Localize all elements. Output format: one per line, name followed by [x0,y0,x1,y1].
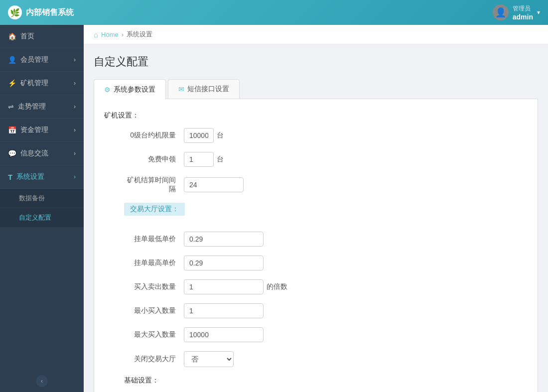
input-free-apply[interactable] [184,152,214,167]
input-max-price[interactable] [184,256,264,270]
user-menu[interactable]: 👤 管理员 admin ▾ [493,4,540,21]
input-calc-interval[interactable] [184,177,244,192]
user-name: admin [513,13,533,21]
fund-icon: 📅 [8,126,16,134]
sidebar-item-miner-label: 矿机管理 [20,79,48,88]
breadcrumb-current: 系统设置 [127,30,152,39]
sidebar-item-member-label: 会员管理 [20,55,48,64]
message-icon: 💬 [8,149,16,157]
tab-system-params[interactable]: ⚙ 系统参数设置 [94,79,166,99]
label-level0-limit: 0级台约机限量 [124,131,184,140]
breadcrumb-home-link[interactable]: Home [101,31,119,38]
miner-icon: ⚡ [8,79,16,87]
sidebar-item-fund-label: 资金管理 [20,126,48,134]
basic-section-title: 基础设置： [104,376,528,385]
sidebar-item-member[interactable]: 👤 会员管理 › [0,48,84,72]
breadcrumb-separator: › [122,31,124,38]
avatar: 👤 [493,4,509,20]
form-row-calc-interval: 矿机结算时间间隔 [104,176,528,194]
label-trade-multiple: 买入卖出数量 [124,282,184,291]
form-row-close-hall: 关闭交易大厅 否 是 [104,351,528,367]
sidebar-item-home-label: 首页 [20,32,34,41]
input-trade-multiple[interactable] [184,279,264,294]
sidebar-item-message-label: 信息交流 [20,149,48,158]
sidebar: 🏠 首页 👤 会员管理 › ⚡ 矿机管理 › ⇌ 走势管理 › [0,25,84,392]
brand: 🌿 内部销售系统 [8,5,74,19]
form-row-free-apply: 免费申领 台 [104,152,528,167]
label-min-buy: 最小买入数量 [124,306,184,315]
sidebar-item-message[interactable]: 💬 信息交流 › [0,142,84,165]
tab-sms-api-label: 短信接口设置 [187,85,229,94]
suffix-free-apply: 台 [217,155,224,164]
form-row-max-price: 挂单最高单价 [104,256,528,270]
breadcrumb: ⌂ Home › 系统设置 [84,25,548,44]
form-row-min-price: 挂单最低单价 [104,232,528,247]
sidebar-collapse-icon: ‹ [36,375,48,387]
brand-icon: 🌿 [8,5,22,19]
home-icon: 🏠 [8,32,16,40]
main-content: ⌂ Home › 系统设置 自定义配置 ⚙ 系统参数设置 ✉ 短信接口设置 [84,25,548,392]
trend-icon: ⇌ [8,103,14,111]
label-free-apply: 免费申领 [124,155,184,164]
suffix-level0-limit: 台 [217,131,224,140]
miner-section-title: 矿机设置： [104,111,528,120]
select-close-hall[interactable]: 否 是 [184,351,234,367]
suffix-trade-multiple: 的倍数 [267,282,287,291]
sidebar-toggle[interactable]: ‹ [0,370,84,392]
trading-section-title: 交易大厅设置： [124,203,185,216]
page-title: 自定义配置 [94,54,538,69]
form-row-min-buy: 最小买入数量 [104,303,528,318]
input-level0-limit[interactable] [184,128,214,143]
label-max-buy: 最大买入数量 [124,330,184,339]
sidebar-item-trend[interactable]: ⇌ 走势管理 › [0,95,84,119]
label-calc-interval: 矿机结算时间间隔 [124,176,184,194]
sidebar-item-system[interactable]: T 系统设置 › [0,165,84,189]
input-min-price[interactable] [184,232,264,247]
sidebar-item-miner[interactable]: ⚡ 矿机管理 › [0,72,84,95]
label-close-hall: 关闭交易大厅 [124,355,184,364]
message-chevron-icon: › [74,150,76,157]
miner-chevron-icon: › [74,80,76,87]
submenu-item-custom[interactable]: 自定义配置 [0,208,84,228]
member-chevron-icon: › [74,56,76,63]
topbar: 🌿 内部销售系统 👤 管理员 admin ▾ [0,0,548,25]
fund-chevron-icon: › [74,127,76,133]
form-row-max-buy: 最大买入数量 [104,327,528,342]
trend-chevron-icon: › [74,103,76,110]
system-chevron-icon: › [74,173,76,180]
brand-title: 内部销售系统 [26,7,74,18]
submenu-item-backup[interactable]: 数据备份 [0,189,84,208]
submenu-custom-label: 自定义配置 [19,214,51,221]
user-info: 管理员 admin [513,4,533,21]
sidebar-item-system-label: 系统设置 [16,172,44,181]
form-panel: 矿机设置： 0级台约机限量 台 免费申领 台 矿机结算时间间隔 [94,99,538,392]
sidebar-item-fund[interactable]: 📅 资金管理 › [0,119,84,142]
user-chevron-icon: ▾ [537,9,540,16]
sidebar-item-home[interactable]: 🏠 首页 [0,25,84,48]
sidebar-item-trend-label: 走势管理 [18,102,46,111]
system-icon: T [8,173,12,181]
tabs: ⚙ 系统参数设置 ✉ 短信接口设置 [94,79,538,99]
layout: 🏠 首页 👤 会员管理 › ⚡ 矿机管理 › ⇌ 走势管理 › [0,25,548,392]
breadcrumb-home-icon: ⌂ [94,30,98,39]
user-role: 管理员 [513,4,531,13]
tab-sms-api-icon: ✉ [178,85,184,93]
form-row-trade-multiple: 买入卖出数量 的倍数 [104,279,528,294]
tab-sms-api[interactable]: ✉ 短信接口设置 [168,79,240,99]
tab-system-params-icon: ⚙ [104,86,111,94]
input-min-buy[interactable] [184,303,264,318]
form-row-level0-limit: 0级台约机限量 台 [104,128,528,143]
tab-system-params-label: 系统参数设置 [114,85,155,94]
input-max-buy[interactable] [184,327,264,342]
label-max-price: 挂单最高单价 [124,259,184,267]
member-icon: 👤 [8,56,16,64]
submenu-backup-label: 数据备份 [19,194,45,202]
content-area: 自定义配置 ⚙ 系统参数设置 ✉ 短信接口设置 矿机设置： 0级台约机限量 [84,44,548,392]
label-min-price: 挂单最低单价 [124,235,184,244]
